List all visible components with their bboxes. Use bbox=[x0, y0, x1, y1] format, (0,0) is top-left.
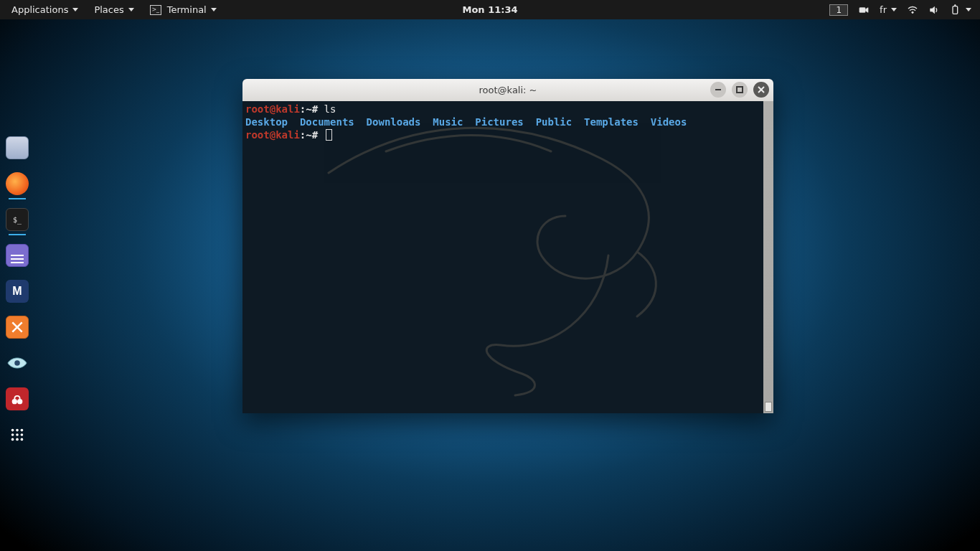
svg-point-12 bbox=[21, 433, 24, 436]
workspace-switcher[interactable]: 1 bbox=[825, 1, 852, 19]
eye-icon bbox=[6, 352, 29, 375]
clock-text: Mon 11:34 bbox=[462, 4, 517, 15]
clock[interactable]: Mon 11:34 bbox=[462, 4, 517, 15]
keyboard-layout-menu[interactable]: fr bbox=[875, 1, 901, 18]
kali-dragon-watermark bbox=[300, 108, 702, 410]
places-label: Places bbox=[94, 4, 123, 15]
titlebar[interactable]: root@kali: ~ bbox=[242, 79, 773, 101]
terminal-icon: $_ bbox=[6, 208, 29, 231]
scrollbar[interactable] bbox=[763, 101, 773, 413]
dock-cherrytree[interactable] bbox=[6, 387, 29, 410]
terminal-label: Terminal bbox=[167, 4, 207, 15]
chevron-down-icon bbox=[72, 8, 78, 11]
places-menu[interactable]: Places bbox=[87, 1, 141, 18]
volume-icon[interactable] bbox=[924, 1, 944, 19]
video-record-icon[interactable] bbox=[854, 1, 874, 19]
dock-terminal[interactable]: $_ bbox=[6, 208, 29, 231]
close-button[interactable] bbox=[753, 82, 769, 98]
cherrytree-icon bbox=[6, 387, 29, 410]
metasploit-icon: M bbox=[6, 280, 29, 303]
workspace-number: 1 bbox=[829, 4, 848, 16]
terminal-body[interactable]: root@kali:~# ls Desktop Documents Downlo… bbox=[242, 101, 773, 413]
svg-point-10 bbox=[11, 433, 14, 436]
dock-files[interactable] bbox=[6, 136, 29, 159]
svg-point-5 bbox=[12, 399, 17, 404]
dock-show-apps[interactable] bbox=[6, 423, 29, 446]
svg-rect-0 bbox=[859, 7, 865, 12]
prompt-user-host: root@kali bbox=[245, 103, 300, 115]
svg-point-14 bbox=[16, 438, 19, 441]
top-panel: Applications Places >_ Terminal Mon 11:3… bbox=[0, 0, 980, 19]
dock-metasploit[interactable]: M bbox=[6, 280, 29, 303]
scrollbar-thumb[interactable] bbox=[765, 402, 772, 412]
chevron-down-icon bbox=[128, 8, 134, 11]
chevron-down-icon bbox=[966, 8, 971, 11]
svg-point-11 bbox=[16, 433, 19, 436]
ls-entry: Desktop bbox=[245, 116, 288, 128]
burpsuite-icon bbox=[6, 316, 29, 339]
svg-point-9 bbox=[21, 429, 24, 432]
svg-point-4 bbox=[14, 360, 20, 366]
dock-firefox[interactable] bbox=[6, 172, 29, 195]
dock-burpsuite[interactable] bbox=[6, 316, 29, 339]
svg-point-8 bbox=[16, 429, 19, 432]
svg-rect-2 bbox=[953, 6, 958, 14]
terminal-menu[interactable]: >_ Terminal bbox=[143, 1, 224, 18]
window-title: root@kali: ~ bbox=[479, 85, 537, 95]
firefox-icon bbox=[6, 172, 29, 195]
power-menu[interactable] bbox=[946, 1, 976, 19]
svg-rect-3 bbox=[955, 4, 956, 6]
dock-zenmap[interactable] bbox=[6, 352, 29, 375]
applications-menu[interactable]: Applications bbox=[4, 1, 85, 18]
svg-point-1 bbox=[912, 11, 913, 13]
apps-grid-icon bbox=[6, 423, 29, 446]
desktop: Applications Places >_ Terminal Mon 11:3… bbox=[0, 0, 980, 551]
svg-point-13 bbox=[11, 438, 14, 441]
svg-point-6 bbox=[17, 399, 22, 404]
chevron-down-icon bbox=[211, 8, 217, 11]
svg-point-15 bbox=[21, 438, 24, 441]
network-icon[interactable] bbox=[903, 1, 923, 19]
text-editor-icon bbox=[6, 244, 29, 267]
dock: $_ M bbox=[6, 136, 29, 446]
prompt-user-host: root@kali bbox=[245, 129, 300, 141]
terminal-window[interactable]: root@kali: ~ root@kali:~# ls bbox=[242, 79, 773, 413]
svg-rect-17 bbox=[737, 87, 743, 93]
chevron-down-icon bbox=[891, 8, 897, 11]
terminal-icon: >_ bbox=[150, 5, 161, 15]
dock-text-editor[interactable] bbox=[6, 244, 29, 267]
applications-label: Applications bbox=[11, 4, 68, 15]
maximize-button[interactable] bbox=[732, 82, 748, 98]
svg-point-7 bbox=[11, 429, 14, 432]
minimize-button[interactable] bbox=[710, 82, 726, 98]
folder-icon bbox=[6, 136, 29, 159]
keyboard-layout-label: fr bbox=[880, 4, 887, 15]
